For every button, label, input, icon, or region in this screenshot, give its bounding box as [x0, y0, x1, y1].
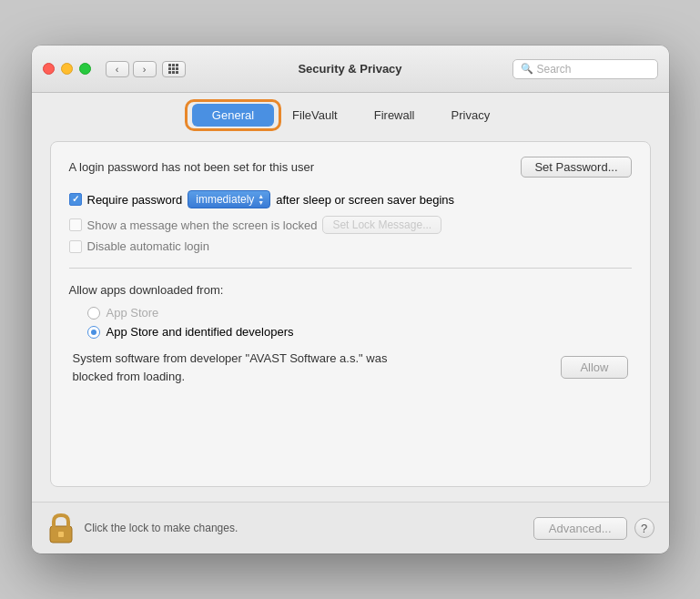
tab-filevault[interactable]: FileVault — [274, 104, 356, 127]
avast-blocked-text: System software from developer "AVAST So… — [73, 350, 419, 385]
tab-firewall[interactable]: Firewall — [356, 104, 433, 127]
bottom-bar: Click the lock to make changes. Advanced… — [32, 502, 669, 553]
main-window: ‹ › Security & Privacy 🔍 Search General … — [32, 46, 669, 553]
disable-auto-login-checkbox[interactable] — [69, 240, 82, 253]
search-box[interactable]: 🔍 Search — [512, 59, 658, 79]
login-password-row: A login password has not been set for th… — [69, 157, 632, 178]
content-area: A login password has not been set for th… — [32, 127, 669, 502]
traffic-lights — [43, 63, 91, 75]
set-lock-message-button[interactable]: Set Lock Message... — [322, 216, 441, 234]
app-store-label: App Store — [107, 306, 159, 320]
disable-auto-login-label: Disable automatic login — [87, 239, 209, 253]
tab-general[interactable]: General — [192, 104, 274, 127]
dropdown-value: immediately — [196, 193, 254, 206]
tab-privacy[interactable]: Privacy — [433, 104, 509, 127]
nav-buttons: ‹ › — [106, 61, 157, 77]
allow-section-title: Allow apps downloaded from: — [69, 283, 632, 297]
app-store-identified-label: App Store and identified developers — [107, 325, 294, 339]
show-message-checkbox[interactable] — [69, 218, 82, 231]
active-tab-wrapper: General — [192, 104, 274, 127]
login-password-text: A login password has not been set for th… — [69, 160, 315, 174]
back-button[interactable]: ‹ — [106, 61, 129, 77]
maximize-button[interactable] — [79, 63, 91, 75]
show-message-row: Show a message when the screen is locked… — [69, 216, 632, 234]
tabs-container: General FileVault Firewall Privacy — [32, 93, 669, 127]
app-store-radio-row: App Store — [87, 306, 632, 320]
section-divider — [69, 268, 632, 269]
search-placeholder: Search — [537, 63, 572, 76]
app-store-identified-radio[interactable] — [87, 326, 100, 339]
lock-text: Click the lock to make changes. — [85, 522, 533, 534]
disable-auto-login-row: Disable automatic login — [69, 239, 632, 253]
lock-icon[interactable] — [46, 512, 76, 544]
require-password-checkbox[interactable]: ✓ — [69, 193, 82, 206]
avast-section: System software from developer "AVAST So… — [69, 350, 632, 385]
grid-button[interactable] — [162, 61, 186, 77]
password-timing-dropdown[interactable]: immediately ▲ ▼ — [188, 190, 270, 208]
titlebar: ‹ › Security & Privacy 🔍 Search — [32, 46, 669, 93]
set-password-button[interactable]: Set Password... — [521, 157, 631, 178]
svg-rect-1 — [58, 532, 64, 537]
close-button[interactable] — [43, 63, 55, 75]
app-store-identified-radio-row: App Store and identified developers — [87, 325, 632, 339]
forward-icon: › — [143, 64, 147, 75]
show-message-label: Show a message when the screen is locked — [87, 218, 318, 232]
help-button[interactable]: ? — [634, 518, 654, 538]
advanced-button[interactable]: Advanced... — [533, 517, 627, 540]
forward-button[interactable]: › — [133, 61, 157, 77]
require-password-row: ✓ Require password immediately ▲ ▼ after… — [69, 190, 632, 208]
back-icon: ‹ — [116, 64, 119, 75]
grid-icon — [168, 64, 178, 74]
require-password-label: Require password — [87, 193, 183, 207]
search-icon: 🔍 — [521, 63, 533, 75]
app-store-radio[interactable] — [87, 307, 100, 320]
minimize-button[interactable] — [61, 63, 73, 75]
after-sleep-text: after sleep or screen saver begins — [276, 193, 454, 207]
window-title: Security & Privacy — [298, 62, 401, 76]
dropdown-arrows-icon: ▲ ▼ — [258, 193, 264, 206]
radio-selected-indicator — [91, 330, 96, 335]
content-inner: A login password has not been set for th… — [50, 141, 651, 487]
checkmark-icon: ✓ — [72, 195, 79, 204]
allow-button[interactable]: Allow — [561, 356, 627, 379]
